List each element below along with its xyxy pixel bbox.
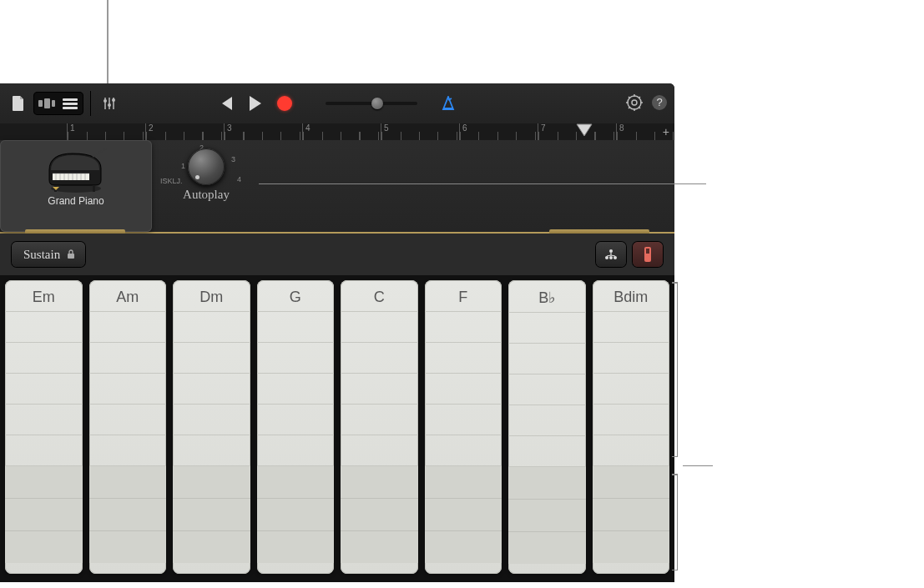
chord-row[interactable] xyxy=(425,405,502,435)
master-volume-slider[interactable] xyxy=(326,102,417,105)
chord-row[interactable] xyxy=(508,405,586,436)
chord-strip[interactable]: Dm xyxy=(173,280,250,574)
rewind-icon xyxy=(219,97,234,110)
chord-row[interactable] xyxy=(425,312,502,343)
chord-row[interactable] xyxy=(508,344,586,374)
instrument-row: Grand Piano ISKLJ. 1 2 3 4 Autoplay xyxy=(0,140,674,234)
chord-row[interactable] xyxy=(89,343,167,374)
chord-row[interactable] xyxy=(173,374,250,405)
chord-strip[interactable]: G xyxy=(257,280,335,574)
help-button[interactable]: ? xyxy=(651,94,668,113)
chord-row[interactable] xyxy=(89,405,167,435)
chord-row[interactable] xyxy=(593,343,670,374)
chord-row[interactable] xyxy=(89,312,167,343)
bass-row[interactable] xyxy=(89,466,167,499)
chord-strips-view-button[interactable] xyxy=(596,242,626,267)
sustain-button[interactable]: Sustain xyxy=(12,242,85,267)
chord-row[interactable] xyxy=(5,435,83,466)
my-songs-button[interactable] xyxy=(7,92,30,115)
chord-strip[interactable]: Em xyxy=(5,280,83,574)
bass-row[interactable] xyxy=(341,499,418,531)
bass-row[interactable] xyxy=(5,531,83,563)
chord-row[interactable] xyxy=(425,343,502,374)
chord-row[interactable] xyxy=(257,405,335,435)
settings-button[interactable] xyxy=(626,94,643,113)
chord-row[interactable] xyxy=(5,405,83,435)
instrument-card[interactable]: Grand Piano xyxy=(0,140,152,232)
chord-row[interactable] xyxy=(257,374,335,405)
chord-row[interactable] xyxy=(5,374,83,405)
bass-row[interactable] xyxy=(508,467,586,500)
mixer-button[interactable] xyxy=(98,92,121,115)
chord-strip[interactable]: Am xyxy=(89,280,167,574)
browser-view-button[interactable] xyxy=(37,93,57,113)
bass-row[interactable] xyxy=(425,499,502,531)
bass-row[interactable] xyxy=(341,466,418,499)
timeline-ruler[interactable]: 1 2 3 4 5 6 7 8 + xyxy=(0,123,674,140)
metronome-button[interactable] xyxy=(441,96,456,111)
autoplay-pos-1: 1 xyxy=(181,162,185,170)
chord-row[interactable] xyxy=(257,312,335,343)
chord-row[interactable] xyxy=(593,312,670,343)
chord-row[interactable] xyxy=(257,435,335,466)
add-section-button[interactable]: + xyxy=(663,125,669,138)
bass-row[interactable] xyxy=(5,466,83,499)
bass-row[interactable] xyxy=(425,531,502,563)
bass-row[interactable] xyxy=(173,531,250,563)
bar-marker: 2 xyxy=(145,123,224,140)
bass-row[interactable] xyxy=(89,499,167,531)
bass-row[interactable] xyxy=(341,531,418,563)
chord-row[interactable] xyxy=(173,343,250,374)
bass-row[interactable] xyxy=(593,466,670,499)
volume-thumb[interactable] xyxy=(371,98,383,109)
chord-row[interactable] xyxy=(593,374,670,405)
chord-strip[interactable]: F xyxy=(425,280,502,574)
bass-row[interactable] xyxy=(173,466,250,499)
gear-icon xyxy=(626,94,643,111)
chord-row[interactable] xyxy=(593,435,670,466)
bass-row[interactable] xyxy=(508,532,586,564)
chord-row[interactable] xyxy=(508,374,586,405)
play-button[interactable] xyxy=(249,96,262,111)
bass-row[interactable] xyxy=(593,499,670,531)
svg-rect-15 xyxy=(53,173,89,180)
bar-marker: 5 xyxy=(381,123,459,140)
bass-row[interactable] xyxy=(593,531,670,563)
bass-row[interactable] xyxy=(89,531,167,563)
chord-row[interactable] xyxy=(341,405,418,435)
chord-row[interactable] xyxy=(89,435,167,466)
chord-row[interactable] xyxy=(508,313,586,344)
chord-strip[interactable]: C xyxy=(341,280,418,574)
chord-row[interactable] xyxy=(341,435,418,466)
chord-row[interactable] xyxy=(508,436,586,467)
bass-row[interactable] xyxy=(257,499,335,531)
bass-row[interactable] xyxy=(257,466,335,499)
bass-row[interactable] xyxy=(173,499,250,531)
chord-row[interactable] xyxy=(5,312,83,343)
bass-row[interactable] xyxy=(257,531,335,563)
chord-label: G xyxy=(257,280,335,312)
chord-row[interactable] xyxy=(341,312,418,343)
bass-row[interactable] xyxy=(508,500,586,532)
playhead[interactable] xyxy=(576,123,593,140)
chord-row[interactable] xyxy=(341,374,418,405)
go-to-beginning-button[interactable] xyxy=(219,97,234,110)
chord-row[interactable] xyxy=(257,343,335,374)
chord-strip[interactable]: Bdim xyxy=(593,280,670,574)
keyboard-view-button[interactable] xyxy=(633,242,663,267)
chord-row[interactable] xyxy=(593,405,670,435)
chord-row[interactable] xyxy=(425,435,502,466)
chord-row[interactable] xyxy=(173,312,250,343)
bass-row[interactable] xyxy=(5,499,83,531)
chord-strip[interactable]: B♭ xyxy=(508,280,586,574)
autoplay-knob[interactable] xyxy=(188,148,225,185)
chord-row[interactable] xyxy=(89,374,167,405)
chord-row[interactable] xyxy=(341,343,418,374)
chord-row[interactable] xyxy=(173,405,250,435)
chord-row[interactable] xyxy=(425,374,502,405)
bass-row[interactable] xyxy=(425,466,502,499)
chord-row[interactable] xyxy=(173,435,250,466)
record-button[interactable] xyxy=(277,96,292,111)
tracks-view-button[interactable] xyxy=(60,93,80,113)
chord-row[interactable] xyxy=(5,343,83,374)
